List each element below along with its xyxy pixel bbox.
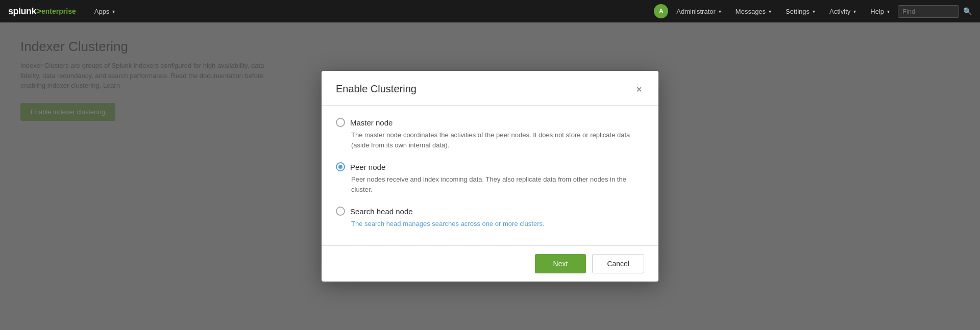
- master-node-label[interactable]: Master node: [336, 118, 644, 127]
- find-input[interactable]: [898, 5, 959, 18]
- search-icon[interactable]: 🔍: [963, 7, 972, 15]
- modal-body: Master node The master node coordinates …: [322, 106, 658, 245]
- settings-caret-icon: ▾: [813, 9, 815, 14]
- messages-caret-icon: ▾: [769, 9, 771, 14]
- activity-caret-icon: ▾: [853, 9, 856, 14]
- searchhead-node-text: Search head node: [350, 207, 413, 216]
- help-menu[interactable]: Help ▾: [864, 8, 896, 15]
- searchhead-node-label[interactable]: Search head node: [336, 207, 644, 216]
- searchhead-node-description: The search head manages searches across …: [351, 219, 644, 229]
- admin-avatar[interactable]: A: [654, 4, 668, 18]
- peer-node-radio[interactable]: [336, 162, 345, 171]
- searchhead-node-option: Search head node The search head manages…: [336, 207, 644, 229]
- cancel-button[interactable]: Cancel: [592, 254, 644, 273]
- top-navigation: splunk> enterprise Apps ▾ A Administrato…: [0, 0, 980, 22]
- peer-node-text: Peer node: [350, 163, 385, 171]
- modal-title: Enable Clustering: [336, 83, 416, 95]
- peer-node-description: Peer nodes receive and index incoming da…: [351, 174, 644, 194]
- searchhead-node-radio[interactable]: [336, 207, 345, 216]
- messages-menu[interactable]: Messages ▾: [729, 8, 777, 15]
- master-node-radio[interactable]: [336, 118, 345, 127]
- peer-node-option: Peer node Peer nodes receive and index i…: [336, 162, 644, 194]
- master-node-description: The master node coordinates the activiti…: [351, 130, 644, 150]
- master-node-text: Master node: [350, 118, 393, 127]
- activity-menu[interactable]: Activity ▾: [823, 8, 862, 15]
- enable-clustering-modal: Enable Clustering × Master node The mast…: [322, 71, 658, 282]
- modal-overlay: Enable Clustering × Master node The mast…: [0, 22, 980, 330]
- enterprise-label: enterprise: [41, 7, 76, 15]
- splunk-logo: splunk>: [8, 6, 41, 17]
- next-button[interactable]: Next: [535, 254, 586, 273]
- modal-close-button[interactable]: ×: [634, 84, 644, 94]
- modal-header: Enable Clustering ×: [322, 71, 658, 106]
- apps-menu[interactable]: Apps ▾: [88, 8, 121, 15]
- help-caret-icon: ▾: [887, 9, 890, 14]
- admin-menu[interactable]: Administrator ▾: [670, 8, 727, 15]
- modal-footer: Next Cancel: [322, 245, 658, 282]
- admin-caret-icon: ▾: [719, 9, 721, 14]
- topnav-right: A Administrator ▾ Messages ▾ Settings ▾ …: [654, 4, 972, 18]
- apps-caret-icon: ▾: [112, 9, 115, 14]
- settings-menu[interactable]: Settings ▾: [779, 8, 821, 15]
- peer-node-label[interactable]: Peer node: [336, 162, 644, 171]
- master-node-option: Master node The master node coordinates …: [336, 118, 644, 150]
- logo[interactable]: splunk> enterprise: [8, 6, 76, 17]
